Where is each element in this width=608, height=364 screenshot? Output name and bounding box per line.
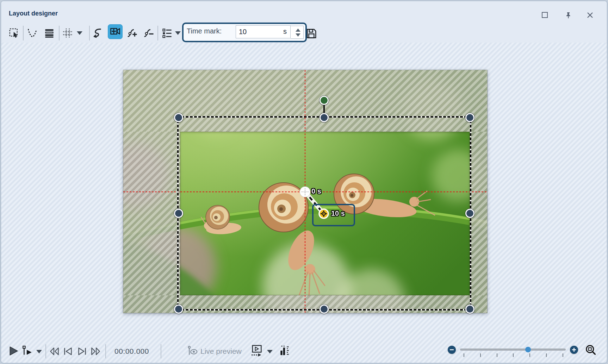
save-button[interactable]	[305, 27, 317, 39]
play-from-position-button[interactable]	[21, 345, 33, 357]
path-points-tool-button[interactable]	[26, 27, 38, 39]
motion-curve-icon	[92, 27, 104, 39]
remove-curve-point-button[interactable]	[143, 27, 155, 39]
zoom-in-icon	[572, 347, 576, 352]
transport-separator	[105, 344, 106, 358]
remove-curve-point-icon	[143, 27, 154, 39]
grid-dropdown-arrow[interactable]	[77, 31, 82, 35]
transport-separator	[45, 344, 46, 358]
preview-window-button[interactable]	[250, 344, 263, 358]
live-preview-label[interactable]: Live preview	[200, 347, 242, 356]
fast-forward-button[interactable]	[90, 346, 101, 357]
object-list-button[interactable]	[161, 27, 173, 39]
skip-to-start-button[interactable]	[49, 346, 60, 357]
save-icon	[306, 28, 317, 39]
fast-forward-icon	[90, 346, 101, 357]
previous-object-icon	[62, 346, 74, 357]
play-from-position-icon	[21, 345, 33, 357]
arrange-layers-button[interactable]	[43, 27, 55, 39]
zoom-tick	[480, 353, 481, 357]
add-curve-point-icon	[126, 27, 138, 39]
handle-bottom-left[interactable]	[174, 305, 183, 314]
timecode: 00:00.000	[114, 347, 149, 356]
skip-to-start-icon	[49, 346, 60, 357]
next-object-button[interactable]	[76, 346, 88, 357]
play-options-dropdown-arrow[interactable]	[36, 350, 42, 353]
previous-object-button[interactable]	[62, 346, 74, 357]
zoom-out-icon	[449, 347, 454, 352]
zoom-tick	[464, 353, 464, 357]
handle-top-left[interactable]	[174, 113, 183, 122]
camera-pan-icon	[110, 26, 121, 37]
handle-bottom-center[interactable]	[319, 305, 329, 314]
close-button[interactable]	[585, 10, 595, 20]
zoom-tick	[497, 353, 497, 357]
zoom-fit-button[interactable]	[584, 344, 597, 357]
play-button[interactable]	[8, 346, 19, 356]
preview-window-dropdown-arrow[interactable]	[267, 350, 273, 353]
time-mark-spinner-bg	[291, 26, 304, 39]
live-preview-toggle[interactable]	[187, 345, 198, 357]
select-tool-icon	[9, 28, 19, 38]
zoom-tick	[546, 353, 547, 357]
handle-middle-left[interactable]	[174, 209, 183, 218]
arrange-layers-icon	[44, 28, 55, 38]
path-points-icon	[27, 28, 38, 38]
zoom-tick	[513, 353, 514, 357]
screen: Layout designer	[0, 0, 608, 364]
transport-separator	[161, 344, 161, 358]
grid-icon	[62, 28, 73, 38]
grid-button[interactable]	[62, 27, 74, 39]
time-mark-unit: s	[280, 27, 290, 36]
rotation-handle-stem	[323, 103, 325, 114]
maximize-icon	[541, 11, 549, 19]
zoom-slider-thumb[interactable]	[525, 347, 531, 352]
timeline-levels-icon	[279, 345, 291, 357]
object-list-icon	[162, 28, 172, 38]
layout-designer-dialog: Layout designer	[1, 1, 607, 363]
handle-top-right[interactable]	[465, 113, 474, 122]
next-object-icon	[76, 346, 88, 357]
marker-10s-label: 10 s	[331, 209, 345, 218]
canvas-image[interactable]: 0 s 10 s	[123, 70, 487, 313]
handle-middle-right[interactable]	[465, 209, 474, 218]
time-mark-label: Time mark:	[187, 27, 222, 35]
zoom-slider-track[interactable]	[460, 349, 566, 351]
toolbar-separator	[157, 26, 158, 40]
time-mark-spin-down[interactable]	[296, 33, 300, 37]
handle-bottom-right[interactable]	[465, 305, 474, 314]
select-tool-button[interactable]	[8, 27, 20, 39]
zoom-out-button[interactable]	[448, 346, 456, 354]
marker-0s-label: 0 s	[311, 187, 321, 195]
zoom-tick	[563, 353, 563, 357]
toolbar-separator	[59, 26, 60, 40]
maximize-button[interactable]	[540, 10, 550, 20]
dialog-title: Layout designer	[9, 10, 58, 17]
timeline-levels-button[interactable]	[279, 345, 291, 357]
motion-curve-button[interactable]	[92, 27, 104, 39]
add-curve-point-button[interactable]	[126, 27, 138, 39]
time-mark-spin-up[interactable]	[296, 29, 300, 32]
pin-button[interactable]	[563, 10, 573, 20]
object-list-dropdown-arrow[interactable]	[175, 31, 181, 35]
rotation-handle[interactable]	[319, 96, 329, 105]
toolbar-separator	[23, 26, 24, 40]
toolbar-separator	[89, 26, 90, 40]
pin-icon	[564, 11, 572, 19]
mask-left	[123, 132, 180, 295]
close-icon	[586, 11, 594, 19]
preview-window-icon	[250, 344, 263, 358]
zoom-fit-icon	[584, 344, 597, 357]
camera-pan-tool-button[interactable]	[108, 24, 123, 39]
zoom-in-button[interactable]	[570, 346, 578, 354]
zoom-tick	[529, 353, 530, 357]
live-preview-icon	[187, 345, 198, 357]
handle-top-center[interactable]	[319, 113, 329, 122]
play-icon	[8, 346, 19, 356]
